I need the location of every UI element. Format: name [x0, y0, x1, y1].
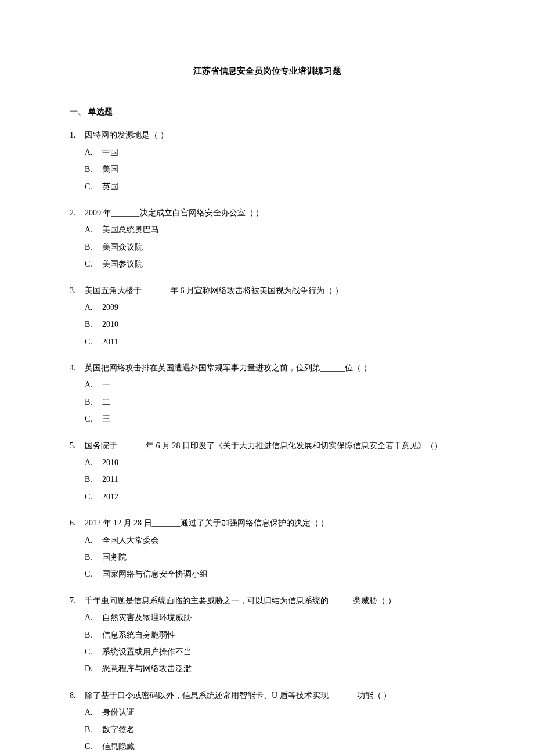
option: A.2009	[85, 299, 464, 316]
option: B.2011	[85, 471, 464, 488]
option-label: A.	[85, 299, 102, 316]
option: C.信息隐藏	[85, 738, 464, 755]
option-text: 2011	[102, 471, 464, 488]
option-label: C.	[85, 566, 102, 582]
option-label: B.	[85, 394, 102, 411]
question-text: 2009 年_______决定成立白宫网络安全办公室（ ）	[85, 204, 464, 221]
option-label: A.	[85, 454, 102, 471]
option-text: 数字签名	[102, 721, 464, 738]
option-label: A.	[85, 144, 102, 161]
question: 3.美国五角大楼于_______年 6 月宣称网络攻击将被美国视为战争行为（ ）…	[70, 282, 464, 351]
option-label: C.	[85, 178, 102, 195]
options: A.全国人大常委会B.国务院C.国家网络与信息安全协调小组	[70, 532, 464, 583]
option-text: 国务院	[102, 549, 464, 566]
option: B.信息系统自身脆弱性	[85, 627, 464, 643]
option: B.美国众议院	[85, 239, 464, 255]
option: B.数字签名	[85, 721, 464, 738]
question: 5.国务院于_______年 6 月 28 日印发了《关于大力推进信息化发展和切…	[70, 437, 464, 506]
option: C.三	[85, 411, 464, 427]
option-text: 全国人大常委会	[102, 532, 464, 549]
option: B.国务院	[85, 549, 464, 566]
question-text: 美国五角大楼于_______年 6 月宣称网络攻击将被美国视为战争行为（ ）	[85, 282, 464, 299]
option-text: 2009	[102, 299, 464, 316]
option-text: 国家网络与信息安全协调小组	[102, 566, 464, 582]
option: C.系统设置或用户操作不当	[85, 643, 464, 660]
question-text: 2012 年 12 月 28 日_______通过了关于加强网络信息保护的决定（…	[85, 514, 464, 531]
question-number: 6.	[70, 514, 85, 531]
question-number: 3.	[70, 282, 85, 299]
option: B.二	[85, 394, 464, 411]
option-text: 美国	[102, 161, 464, 178]
questions-container: 1.因特网的发源地是（ ）A.中国B.美国C.英国2.2009 年_______…	[70, 127, 464, 756]
question-number: 4.	[70, 359, 85, 376]
option: C.国家网络与信息安全协调小组	[85, 566, 464, 582]
page-title: 江苏省信息安全员岗位专业培训练习题	[70, 64, 464, 78]
question-number: 1.	[70, 127, 85, 143]
options: A.2009B.2010C.2011	[70, 299, 464, 350]
option: D.恶意程序与网络攻击泛滥	[85, 660, 464, 677]
question-line: 6.2012 年 12 月 28 日_______通过了关于加强网络信息保护的决…	[70, 514, 464, 531]
option-label: B.	[85, 239, 102, 255]
question-line: 8.除了基于口令或密码以外，信息系统还常用智能卡、U 盾等技术实现_______…	[70, 687, 464, 704]
question: 4.英国把网络攻击排在英国遭遇外国常规军事力量进攻之前，位列第______位（ …	[70, 359, 464, 428]
option-label: C.	[85, 411, 102, 427]
option-label: A.	[85, 532, 102, 549]
option: A.全国人大常委会	[85, 532, 464, 549]
options: A.美国总统奥巴马B.美国众议院C.美国参议院	[70, 221, 464, 272]
question: 6.2012 年 12 月 28 日_______通过了关于加强网络信息保护的决…	[70, 514, 464, 583]
option-label: B.	[85, 721, 102, 738]
option: B.美国	[85, 161, 464, 178]
question-text: 国务院于_______年 6 月 28 日印发了《关于大力推进信息化发展和切实保…	[85, 437, 464, 454]
option-label: B.	[85, 316, 102, 333]
options: A.一B.二C.三	[70, 376, 464, 427]
question-number: 8.	[70, 687, 85, 704]
option-label: B.	[85, 549, 102, 566]
option-text: 三	[102, 411, 464, 427]
question-text: 千年虫问题是信息系统面临的主要威胁之一，可以归结为信息系统的______类威胁（…	[85, 592, 464, 609]
option-text: 一	[102, 376, 464, 393]
options: A.身份认证B.数字签名C.信息隐藏D.数字水印	[70, 704, 464, 756]
option-label: A.	[85, 609, 102, 626]
question-line: 7.千年虫问题是信息系统面临的主要威胁之一，可以归结为信息系统的______类威…	[70, 592, 464, 609]
option-label: B.	[85, 161, 102, 178]
option: C.英国	[85, 178, 464, 195]
question-number: 7.	[70, 592, 85, 609]
option-text: 信息隐藏	[102, 738, 464, 755]
options: A.中国B.美国C.英国	[70, 144, 464, 195]
option-label: A.	[85, 704, 102, 721]
option: B.2010	[85, 316, 464, 333]
option-text: 2012	[102, 488, 464, 505]
question-text: 除了基于口令或密码以外，信息系统还常用智能卡、U 盾等技术实现_______功能…	[85, 687, 464, 704]
option-label: C.	[85, 333, 102, 350]
question-text: 英国把网络攻击排在英国遭遇外国常规军事力量进攻之前，位列第______位（ ）	[85, 359, 464, 376]
question: 7.千年虫问题是信息系统面临的主要威胁之一，可以归结为信息系统的______类威…	[70, 592, 464, 678]
option-label: C.	[85, 488, 102, 505]
option-text: 2011	[102, 333, 464, 350]
question-line: 1.因特网的发源地是（ ）	[70, 127, 464, 143]
option-text: 恶意程序与网络攻击泛滥	[102, 660, 464, 677]
option-text: 自然灾害及物理环境威胁	[102, 609, 464, 626]
option-text: 2010	[102, 454, 464, 471]
option: A.中国	[85, 144, 464, 161]
options: A.2010B.2011C.2012	[70, 454, 464, 505]
option-label: A.	[85, 221, 102, 238]
option-text: 中国	[102, 144, 464, 161]
option: C.2011	[85, 333, 464, 350]
question: 8.除了基于口令或密码以外，信息系统还常用智能卡、U 盾等技术实现_______…	[70, 687, 464, 756]
option-label: A.	[85, 376, 102, 393]
option: A.一	[85, 376, 464, 393]
option-label: C.	[85, 738, 102, 755]
option-text: 美国参议院	[102, 255, 464, 272]
section-heading: 一、 单选题	[70, 106, 464, 118]
option-label: C.	[85, 643, 102, 660]
question: 2.2009 年_______决定成立白宫网络安全办公室（ ）A.美国总统奥巴马…	[70, 204, 464, 273]
options: A.自然灾害及物理环境威胁B.信息系统自身脆弱性C.系统设置或用户操作不当D.恶…	[70, 609, 464, 678]
option: A.美国总统奥巴马	[85, 221, 464, 238]
question-line: 2.2009 年_______决定成立白宫网络安全办公室（ ）	[70, 204, 464, 221]
question-line: 4.英国把网络攻击排在英国遭遇外国常规军事力量进攻之前，位列第______位（ …	[70, 359, 464, 376]
question-number: 2.	[70, 204, 85, 221]
question-text: 因特网的发源地是（ ）	[85, 127, 464, 143]
option-label: B.	[85, 471, 102, 488]
option-label: B.	[85, 627, 102, 643]
option-text: 二	[102, 394, 464, 411]
